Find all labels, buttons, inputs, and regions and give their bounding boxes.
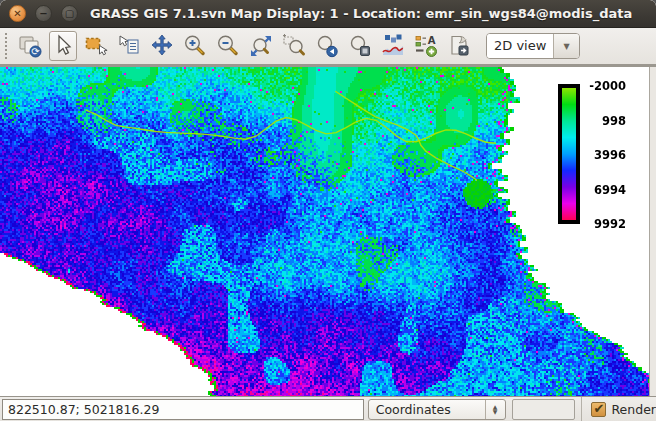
view-mode-dropdown[interactable]: 2D view ▼ (486, 33, 580, 59)
zoom-in-icon (182, 33, 208, 59)
render-section: Render (581, 397, 656, 421)
toolbar-drag-handle[interactable] (5, 33, 12, 59)
save-display-button[interactable] (445, 31, 473, 61)
analyze-chart-icon (380, 33, 406, 59)
zoom-in-button[interactable] (181, 31, 209, 61)
statusbar-mode-value: Coordinates (369, 400, 485, 419)
svg-text:⟳: ⟳ (31, 46, 40, 57)
pointer-tool-button[interactable] (49, 31, 77, 61)
select-region-icon (83, 33, 109, 59)
view-mode-value: 2D view (487, 34, 553, 58)
query-button[interactable] (115, 31, 143, 61)
zoom-out-button[interactable] (214, 31, 242, 61)
save-display-icon (446, 33, 472, 59)
coordinates-field[interactable]: 822510.87; 5021816.29 (2, 399, 364, 420)
progress-panel (512, 399, 576, 420)
titlebar: ✕ − ▢ GRASS GIS 7.1.svn Map Display: 1 -… (0, 0, 656, 28)
close-button[interactable]: ✕ (9, 5, 26, 22)
map-display-area: -2000 998 3996 6994 9992 (0, 64, 656, 396)
zoom-to-map-icon (347, 33, 373, 59)
svg-text:A: A (428, 35, 436, 46)
zoom-back-button[interactable] (313, 31, 341, 61)
zoom-out-icon (215, 33, 241, 59)
pan-button[interactable] (148, 31, 176, 61)
zoom-region-icon (281, 33, 307, 59)
render-display-icon: ⟳ (17, 33, 43, 59)
legend-label: 6994 (594, 183, 626, 197)
legend-labels: -2000 998 3996 6994 9992 (590, 79, 626, 231)
pan-icon (149, 33, 175, 59)
add-overlay-button[interactable]: A (412, 31, 440, 61)
spinner-arrows-icon[interactable]: ▲▼ (485, 400, 505, 419)
zoom-to-map-button[interactable] (346, 31, 374, 61)
toolbar: ⟳ (0, 28, 656, 64)
map-display-window: ✕ − ▢ GRASS GIS 7.1.svn Map Display: 1 -… (0, 0, 656, 421)
window-title: GRASS GIS 7.1.svn Map Display: 1 - Locat… (90, 6, 632, 21)
select-region-button[interactable] (82, 31, 110, 61)
add-overlay-icon: A (413, 33, 439, 59)
pointer-icon (50, 33, 76, 59)
render-display-button[interactable]: ⟳ (16, 31, 44, 61)
render-checkbox-label[interactable]: Render (611, 402, 656, 417)
zoom-extent-icon (248, 33, 274, 59)
legend-color-ramp (558, 84, 580, 224)
legend-label: 3996 (594, 148, 626, 162)
legend-label: 9992 (594, 217, 626, 231)
legend-label: 998 (602, 114, 626, 128)
zoom-back-icon (314, 33, 340, 59)
zoom-region-button[interactable] (280, 31, 308, 61)
window-edge (649, 67, 656, 396)
statusbar: 822510.87; 5021816.29 Coordinates ▲▼ Ren… (0, 396, 656, 421)
query-icon (116, 33, 142, 59)
legend-label: -2000 (589, 79, 626, 93)
chevron-down-icon[interactable]: ▼ (553, 34, 579, 58)
zoom-extent-button[interactable] (247, 31, 275, 61)
analyze-button[interactable] (379, 31, 407, 61)
statusbar-mode-dropdown[interactable]: Coordinates ▲▼ (368, 399, 506, 420)
maximize-button[interactable]: ▢ (61, 5, 78, 22)
minimize-button[interactable]: − (35, 5, 52, 22)
map-canvas[interactable] (0, 67, 649, 396)
render-checkbox[interactable] (591, 402, 606, 417)
